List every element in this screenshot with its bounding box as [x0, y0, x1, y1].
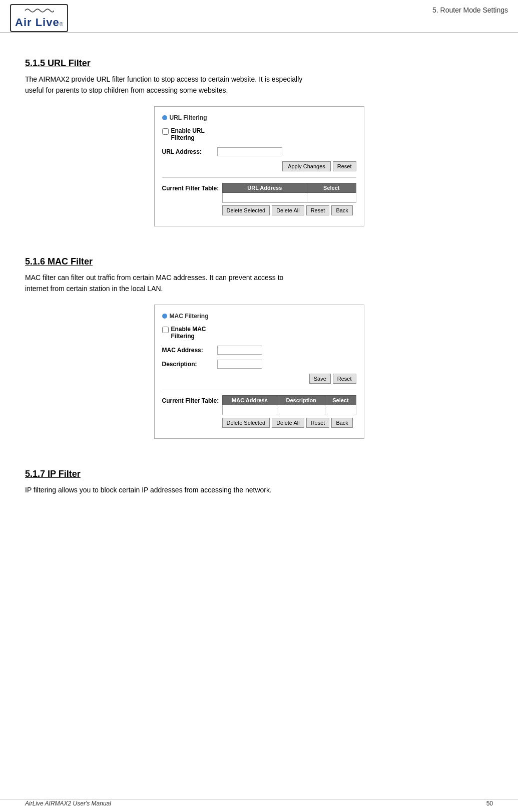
url-filter-table: URL Address Select: [222, 183, 356, 203]
mac-divider: [162, 390, 356, 390]
logo-brand: Air Live: [15, 16, 60, 29]
url-filter-table-wrapper: URL Address Select: [222, 183, 356, 215]
section-517: 5.1.7 IP Filter IP filtering allows you …: [25, 469, 493, 495]
main-content: 5.1.5 URL Filter The AIRMAX2 provide URL…: [0, 33, 518, 515]
mac-table-col-description: Description: [277, 395, 325, 405]
mac-description-label: Description:: [162, 361, 217, 368]
page-header: Air Live ® 5. Router Mode Settings: [0, 0, 518, 33]
panel-title-dot: [162, 115, 167, 120]
url-table-col-select: Select: [307, 183, 356, 192]
url-filter-panel: URL Filtering Enable URL Filtering URL A…: [154, 106, 364, 226]
mac-filter-panel-wrapper: MAC Filtering Enable MAC Filtering MAC A…: [25, 305, 493, 454]
mac-table-reset-button[interactable]: Reset: [306, 418, 330, 428]
mac-table-col-select: Select: [325, 395, 356, 405]
section-515: 5.1.5 URL Filter The AIRMAX2 provide URL…: [25, 58, 493, 241]
mac-filter-table-wrapper: MAC Address Description Select: [222, 395, 356, 428]
section-515-desc1: The AIRMAX2 provide URL filter function …: [25, 74, 493, 96]
footer-page-number: 50: [486, 800, 493, 807]
url-current-filter-label: Current Filter Table:: [162, 183, 222, 192]
section-516: 5.1.6 MAC Filter MAC filter can filter o…: [25, 256, 493, 454]
mac-address-row: MAC Address:: [162, 346, 356, 355]
enable-url-filter-row: Enable URL Filtering: [162, 127, 356, 141]
mac-current-filter-row: Current Filter Table: MAC Address Descri…: [162, 395, 356, 428]
mac-panel-title-dot: [162, 314, 167, 319]
mac-delete-selected-button[interactable]: Delete Selected: [222, 418, 270, 428]
mac-table-buttons: Delete Selected Delete All Reset Back: [222, 418, 356, 428]
logo-area: Air Live ®: [10, 4, 68, 32]
enable-url-filter-checkbox[interactable]: [162, 128, 169, 135]
mac-description-row: Description:: [162, 360, 356, 369]
mac-filter-panel: MAC Filtering Enable MAC Filtering MAC A…: [154, 305, 364, 439]
mac-save-reset-row: Save Reset: [162, 374, 356, 384]
enable-url-label2: Filtering: [171, 134, 205, 141]
mac-reset-button[interactable]: Reset: [333, 374, 356, 384]
url-filter-panel-title: URL Filtering: [162, 114, 356, 121]
enable-mac-label1: Enable MAC: [171, 326, 206, 333]
enable-url-label1: Enable URL: [171, 127, 205, 134]
footer-manual-text: AirLive AIRMAX2 User's Manual: [25, 800, 111, 807]
url-delete-all-button[interactable]: Delete All: [272, 205, 304, 215]
url-back-button[interactable]: Back: [331, 205, 352, 215]
mac-table-header-row: MAC Address Description Select: [222, 395, 356, 405]
url-table-header-row: URL Address Select: [222, 183, 356, 192]
mac-address-label: MAC Address:: [162, 347, 217, 354]
mac-table-empty-row: [222, 405, 356, 415]
url-table-buttons: Delete Selected Delete All Reset Back: [222, 205, 356, 215]
section-517-desc: IP filtering allows you to block certain…: [25, 484, 493, 495]
url-address-label: URL Address:: [162, 148, 217, 155]
url-delete-selected-button[interactable]: Delete Selected: [222, 205, 270, 215]
url-filter-panel-wrapper: URL Filtering Enable URL Filtering URL A…: [25, 106, 493, 241]
url-table-col-address: URL Address: [222, 183, 307, 192]
url-divider: [162, 177, 356, 178]
mac-table-col-address: MAC Address: [222, 395, 277, 405]
url-address-input[interactable]: [217, 147, 282, 156]
section-517-title: 5.1.7 IP Filter: [25, 469, 493, 479]
section-515-title: 5.1.5 URL Filter: [25, 58, 493, 69]
logo-wave: [24, 7, 54, 15]
url-current-filter-row: Current Filter Table: URL Address Select: [162, 183, 356, 215]
mac-description-input[interactable]: [217, 360, 262, 369]
logo-box: Air Live ®: [10, 4, 68, 32]
mac-back-button[interactable]: Back: [331, 418, 352, 428]
url-address-row: URL Address:: [162, 147, 356, 156]
mac-current-filter-label: Current Filter Table:: [162, 395, 222, 404]
mac-delete-all-button[interactable]: Delete All: [272, 418, 304, 428]
url-apply-reset-row: Apply Changes Reset: [162, 161, 356, 171]
url-table-empty-row: [222, 192, 356, 202]
url-table-reset-button[interactable]: Reset: [306, 205, 330, 215]
enable-mac-filter-row: Enable MAC Filtering: [162, 326, 356, 340]
section-516-desc: MAC filter can filter out traffic from c…: [25, 272, 493, 295]
page-chapter-title: 5. Router Mode Settings: [432, 4, 508, 14]
enable-mac-filter-checkbox[interactable]: [162, 327, 169, 333]
section-516-title: 5.1.6 MAC Filter: [25, 256, 493, 267]
enable-mac-label2: Filtering: [171, 333, 206, 340]
page-footer: AirLive AIRMAX2 User's Manual 50: [0, 799, 518, 807]
url-reset-button[interactable]: Reset: [333, 161, 356, 171]
mac-filter-panel-title: MAC Filtering: [162, 313, 356, 320]
logo-reg: ®: [60, 22, 63, 27]
mac-filter-table: MAC Address Description Select: [222, 395, 356, 415]
mac-save-button[interactable]: Save: [309, 374, 331, 384]
mac-address-input[interactable]: [217, 346, 262, 355]
url-apply-button[interactable]: Apply Changes: [282, 161, 331, 171]
